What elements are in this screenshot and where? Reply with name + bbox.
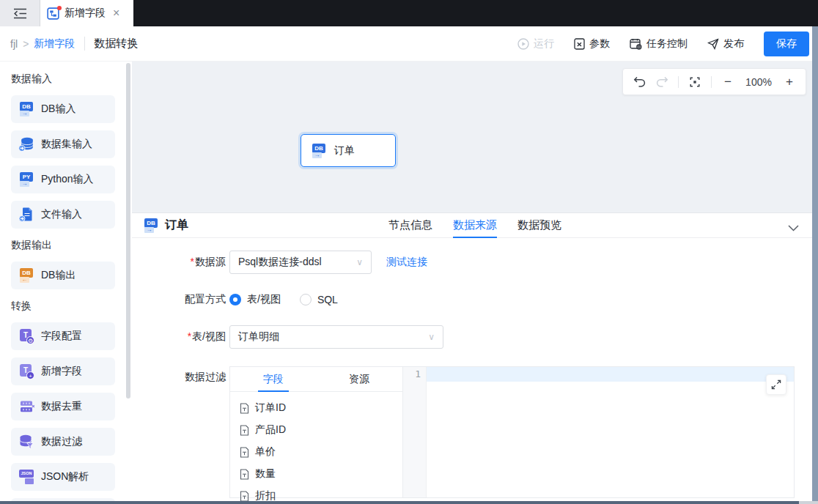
tab-node-info[interactable]: 节点信息 bbox=[388, 213, 432, 237]
zoom-in-button[interactable]: + bbox=[783, 75, 796, 89]
sidebar-item-dedup[interactable]: × 数据去重 bbox=[11, 393, 115, 420]
window-horizontal-scrollbar[interactable] bbox=[0, 501, 799, 504]
expand-icon bbox=[771, 379, 781, 390]
field-doc-icon bbox=[240, 469, 249, 480]
config-mode-label: 配置方式 bbox=[132, 293, 229, 306]
radio-unselected-icon bbox=[300, 294, 312, 305]
data-filter-editor: 字段 资源 订单ID 产品ID bbox=[229, 366, 795, 498]
radio-selected-icon bbox=[229, 294, 241, 305]
panel-tabs: 节点信息 数据来源 数据预览 bbox=[388, 213, 561, 237]
toolbar-divider bbox=[678, 76, 679, 88]
python-input-icon: PY→ bbox=[18, 171, 34, 188]
node-label: 订单 bbox=[334, 144, 355, 158]
datasource-select[interactable]: Psql数据连接-ddsl ∨ bbox=[229, 251, 372, 274]
sidebar-scrollbar[interactable] bbox=[126, 63, 130, 399]
panel-header: DB→ 订单 节点信息 数据来源 数据预览 bbox=[132, 213, 812, 238]
test-connection-link[interactable]: 测试连接 bbox=[386, 256, 427, 269]
params-button[interactable]: 参数 bbox=[574, 37, 610, 51]
file-input-icon bbox=[18, 207, 34, 223]
editor-gutter: 1 bbox=[403, 367, 427, 497]
filter-tab-fields[interactable]: 字段 bbox=[230, 367, 317, 391]
breadcrumb-separator: > bbox=[23, 38, 29, 50]
chevron-down-icon: ∨ bbox=[428, 332, 435, 342]
tab-close-icon[interactable]: × bbox=[113, 7, 119, 19]
sidebar-item-file-input[interactable]: 文件输入 bbox=[11, 201, 115, 229]
unsaved-dot-badge bbox=[57, 6, 62, 10]
collapse-sidebar-button[interactable] bbox=[0, 0, 40, 26]
undo-button[interactable] bbox=[633, 75, 646, 89]
zoom-out-button[interactable]: − bbox=[721, 75, 734, 89]
collapse-sidebar-icon bbox=[13, 8, 27, 19]
section-title-transform: 转换 bbox=[11, 300, 132, 313]
sidebar-item-json-parse[interactable]: JSON JSON解析 bbox=[11, 463, 115, 491]
redo-icon bbox=[656, 76, 668, 87]
table-view-select[interactable]: 订单明细 ∨ bbox=[229, 325, 443, 349]
db-input-icon: DB→ bbox=[144, 218, 158, 233]
breadcrumb: fjl > 新增字段 数据转换 bbox=[10, 37, 138, 51]
publish-button[interactable]: 发布 bbox=[707, 37, 744, 51]
tab-data-source[interactable]: 数据来源 bbox=[453, 213, 497, 237]
fit-view-icon bbox=[689, 76, 701, 88]
field-item-discount[interactable]: 折扣 bbox=[230, 485, 402, 501]
sidebar-item-data-filter[interactable]: 数据过滤 bbox=[11, 428, 115, 456]
filter-tab-resources[interactable]: 资源 bbox=[317, 367, 403, 391]
dataset-input-icon bbox=[18, 136, 34, 152]
page-header: fjl > 新增字段 数据转换 运行 参数 任务控制 发布 保存 bbox=[0, 26, 818, 62]
fit-view-button[interactable] bbox=[688, 75, 701, 89]
sidebar-item-dataset-input[interactable]: 数据集输入 bbox=[11, 130, 115, 158]
node-config-panel: DB→ 订单 节点信息 数据来源 数据预览 *数据源 Psql数据连接-ddsl… bbox=[132, 212, 812, 501]
canvas-toolbar: − 100% + bbox=[622, 68, 806, 95]
task-control-button[interactable]: 任务控制 bbox=[630, 37, 688, 51]
sidebar-item-field-config[interactable]: T⚙ 字段配置 bbox=[11, 322, 115, 350]
data-source-form: *数据源 Psql数据连接-ddsl ∨ 测试连接 配置方式 表/视图 SQL bbox=[132, 238, 812, 498]
datasource-label: *数据源 bbox=[132, 256, 229, 269]
filter-tabs: 字段 资源 bbox=[230, 367, 402, 392]
collapse-panel-button[interactable] bbox=[788, 222, 799, 234]
field-item-product-id[interactable]: 产品ID bbox=[230, 419, 402, 441]
flow-canvas[interactable]: − 100% + DB→ 订单 bbox=[132, 62, 812, 212]
field-item-order-id[interactable]: 订单ID bbox=[230, 397, 402, 419]
sidebar-item-db-input[interactable]: DB→ DB输入 bbox=[11, 95, 115, 123]
breadcrumb-root[interactable]: fjl bbox=[10, 38, 18, 50]
tab-data-preview[interactable]: 数据预览 bbox=[517, 213, 561, 237]
field-doc-icon bbox=[240, 447, 249, 458]
radio-table-view[interactable]: 表/视图 bbox=[229, 293, 281, 306]
db-output-icon: DB← bbox=[18, 267, 34, 284]
expand-editor-button[interactable] bbox=[766, 374, 786, 395]
scrollbar-corner bbox=[799, 501, 818, 504]
component-sidebar: 数据输入 DB→ DB输入 数据集输入 PY→ Python输入 文件输入 数据… bbox=[0, 62, 132, 501]
data-filter-row: 数据过滤 字段 资源 订单ID 产品ID bbox=[132, 366, 812, 498]
task-control-icon bbox=[630, 38, 642, 50]
radio-sql[interactable]: SQL bbox=[300, 294, 338, 305]
required-mark: * bbox=[188, 330, 191, 342]
undo-icon bbox=[633, 76, 646, 87]
new-field-icon: T+ bbox=[18, 363, 34, 379]
field-doc-icon bbox=[240, 491, 249, 502]
datasource-row: *数据源 Psql数据连接-ddsl ∨ 测试连接 bbox=[132, 251, 812, 274]
section-title-data-output: 数据输出 bbox=[11, 239, 132, 252]
chevron-down-icon bbox=[788, 225, 799, 231]
sidebar-item-db-output[interactable]: DB← DB输出 bbox=[11, 262, 115, 289]
table-view-label: *表/视图 bbox=[132, 330, 229, 344]
flow-diagram-icon bbox=[47, 7, 59, 20]
redo-button[interactable] bbox=[655, 75, 668, 89]
params-icon bbox=[574, 38, 585, 50]
canvas-node-order[interactable]: DB→ 订单 bbox=[301, 134, 396, 167]
config-mode-options: 表/视图 SQL bbox=[229, 292, 338, 308]
field-item-quantity[interactable]: 数量 bbox=[230, 463, 402, 485]
data-filter-label: 数据过滤 bbox=[132, 366, 229, 384]
field-list: 订单ID 产品ID 单价 数量 bbox=[230, 392, 402, 501]
editor-code-area[interactable] bbox=[427, 367, 794, 497]
run-button[interactable]: 运行 bbox=[517, 37, 554, 51]
sidebar-item-python-input[interactable]: PY→ Python输入 bbox=[11, 166, 115, 193]
sidebar-item-new-field[interactable]: T+ 新增字段 bbox=[11, 357, 115, 385]
field-config-icon: T⚙ bbox=[18, 328, 34, 344]
tab-new-field[interactable]: 新增字段 × bbox=[40, 0, 133, 26]
window-vertical-scrollbar[interactable] bbox=[812, 26, 818, 504]
field-item-unit-price[interactable]: 单价 bbox=[230, 441, 402, 463]
save-button[interactable]: 保存 bbox=[764, 32, 809, 56]
json-parse-icon: JSON bbox=[18, 469, 34, 485]
db-input-icon: DB→ bbox=[311, 143, 327, 159]
breadcrumb-current[interactable]: 新增字段 bbox=[34, 37, 75, 51]
data-filter-icon bbox=[18, 434, 34, 450]
